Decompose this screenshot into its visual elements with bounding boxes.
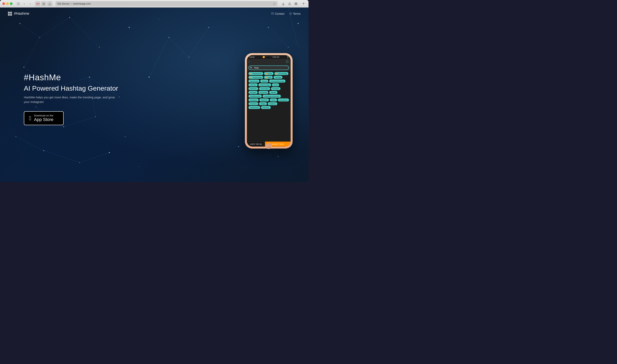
svg-rect-6 [296, 3, 297, 4]
share-button[interactable] [287, 1, 292, 6]
phone-battery-icon: ▐ [287, 56, 288, 58]
hashtag-tag[interactable]: #electric [249, 83, 258, 86]
hashtag-tag[interactable]: #porsche [249, 87, 258, 90]
hero-section: #HashMe AI Powered Hashtag Generator Has… [0, 20, 309, 178]
search-icon: 🔍 [250, 67, 252, 69]
nav-buttons: ‹ › [16, 1, 33, 6]
logo-icon [8, 12, 12, 16]
hashtag-tag[interactable]: #lambo [269, 91, 277, 94]
hashtag-tag[interactable]: 🔥 #technology [274, 72, 289, 75]
browser-window: ‹ › ABP Not Secure — hashmeapp.com [0, 0, 309, 182]
hero-text: #HashMe AI Powered Hashtag Generator Has… [24, 73, 119, 125]
app-store-text: Download on the App Store [34, 114, 53, 122]
hashtag-tag[interactable]: 🔥 #solarenergy [249, 76, 263, 79]
hashtag-tag[interactable]: #truth [270, 99, 277, 102]
hashtag-tag[interactable]: #models [249, 91, 258, 94]
hashtag-tag[interactable]: #HashmeApp [258, 83, 271, 86]
phone-screen: Carrier 📶 9:05 AM ▐ ‹ ⓘ 🔍 [247, 55, 291, 147]
download-button[interactable] [281, 1, 286, 6]
hashtag-tag[interactable]: #audi [272, 83, 279, 86]
phone-back-button[interactable]: ‹ [249, 60, 250, 63]
hashtag-tag[interactable]: #trippy [259, 102, 267, 105]
hashtag-tag[interactable]: #mclaren [271, 87, 281, 90]
terms-label: Terms [293, 12, 301, 15]
minimize-button[interactable] [6, 2, 9, 5]
hashtag-tag[interactable]: #esoteric [259, 99, 269, 102]
hero-title: #HashMe [24, 73, 119, 82]
browser-extensions: ABP [35, 1, 52, 6]
hero-subtitle: AI Powered Hashtag Generator [24, 84, 119, 92]
app-store-line2: App Store [34, 117, 53, 122]
app-store-line1: Download on the [34, 114, 53, 117]
terms-link[interactable]: Terms [289, 12, 301, 15]
site-navigation: #Hashme Contact Terms [0, 8, 309, 20]
contact-label: Contact [275, 12, 284, 15]
hashtag-tag[interactable]: #thirdeye [261, 106, 271, 109]
phone-search-text: Tesla [253, 67, 259, 69]
back-button[interactable]: ‹ [22, 1, 27, 6]
phone-camera [268, 56, 270, 58]
address-bar[interactable]: Not Secure — hashmeapp.com [55, 1, 277, 6]
hashtag-tag[interactable]: #conscious [278, 99, 289, 102]
forward-button[interactable]: › [28, 1, 33, 6]
phone-time: 9:05 AM [273, 56, 279, 58]
hashtag-tag[interactable]: #awakening [249, 106, 260, 109]
adblock-extension[interactable]: ABP [35, 1, 40, 6]
phone-tags-container: 🔥 #teslamotors🔥 #cars🔥 #technology🔥 #sol… [247, 71, 291, 142]
traffic-lights [2, 2, 13, 5]
extension-2[interactable] [41, 1, 46, 6]
hashtag-tag[interactable]: #casinodemontecarlo [263, 95, 281, 98]
hashtag-tag[interactable]: 🔥 #teslamotors [249, 72, 263, 75]
hero-description: HashMe helps you get more likes, make th… [24, 95, 119, 104]
hashtag-tag[interactable]: #suffolkcounty [249, 95, 262, 98]
svg-rect-7 [295, 4, 296, 5]
maximize-button[interactable] [10, 2, 13, 5]
extension-3[interactable] [47, 1, 52, 6]
website-content: #Hashme Contact Terms #HashMe AI Powered… [0, 8, 309, 182]
svg-point-3 [43, 3, 44, 4]
hashtag-tag[interactable]: #luxury [260, 80, 269, 83]
browser-titlebar: ‹ › ABP Not Secure — hashmeapp.com [0, 0, 309, 8]
phone-search-bar[interactable]: Tesla [249, 65, 289, 70]
hashtag-tag[interactable]: #energy [274, 76, 282, 79]
new-tab-menu-button[interactable] [293, 1, 299, 6]
svg-rect-5 [295, 3, 296, 4]
phone-carrier: Carrier [249, 56, 255, 58]
phone-signal-icon: 📶 [263, 56, 265, 58]
close-button[interactable] [2, 2, 5, 5]
hashtag-tag[interactable]: #monaco [249, 102, 258, 105]
copy-top-30-button[interactable]: COPY TOP 30 [247, 142, 265, 147]
browser-actions [281, 1, 299, 6]
hashtag-tag[interactable]: #knowing [258, 91, 268, 94]
apple-icon:  [29, 115, 31, 121]
svg-rect-1 [18, 3, 19, 5]
phone-info-button[interactable]: ⓘ [286, 60, 289, 64]
address-text: Not Secure — hashmeapp.com [57, 2, 91, 5]
svg-rect-0 [17, 3, 18, 5]
app-store-button[interactable]:  Download on the App Store [24, 111, 64, 125]
phone-mockup: Carrier 📶 9:05 AM ▐ ‹ ⓘ 🔍 [245, 53, 293, 149]
hashtag-tag[interactable]: #mercedes [259, 87, 270, 90]
phone-search-container: 🔍 Tesla [247, 65, 291, 71]
svg-rect-8 [296, 4, 297, 5]
new-tab-button[interactable]: + [301, 1, 306, 6]
phone-home-button[interactable] [266, 143, 272, 149]
hashtag-tag[interactable]: 🔥 #car [264, 76, 273, 79]
svg-rect-4 [295, 3, 297, 5]
phone-navbar: ‹ ⓘ [247, 59, 291, 65]
hashtag-tag[interactable]: 🔥 #cars [264, 72, 274, 75]
phone-body: Carrier 📶 9:05 AM ▐ ‹ ⓘ 🔍 [245, 53, 293, 149]
contact-link[interactable]: Contact [271, 12, 284, 15]
hashtag-tag[interactable]: #wakeup [268, 102, 277, 105]
logo-text: #Hashme [14, 12, 29, 16]
hashtag-tag[interactable]: #elonmusk [249, 80, 259, 83]
hashtag-tag[interactable]: #renewableenergy [269, 80, 286, 83]
hashtag-tag[interactable]: #newyear [249, 99, 259, 102]
address-bar-container: Not Secure — hashmeapp.com [55, 1, 277, 6]
sidebar-toggle-button[interactable] [16, 1, 21, 6]
site-logo: #Hashme [8, 12, 29, 16]
nav-links: Contact Terms [271, 12, 301, 15]
